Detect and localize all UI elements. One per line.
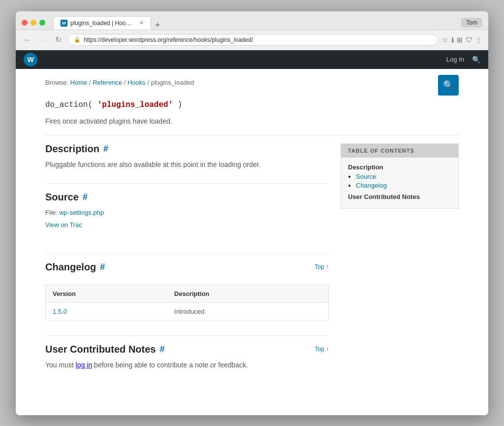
user-notes-top-link[interactable]: Top ↑ bbox=[315, 346, 329, 353]
search-button[interactable]: 🔍 bbox=[438, 75, 459, 96]
section-divider-3 bbox=[45, 253, 329, 254]
traffic-lights bbox=[22, 20, 45, 26]
title-bar: W plugins_loaded | Hook | WordP… ✕ + Tom bbox=[16, 11, 488, 30]
shield-icon[interactable]: 🛡 bbox=[466, 36, 472, 44]
source-anchor[interactable]: # bbox=[83, 192, 88, 202]
login-link[interactable]: Log In bbox=[446, 56, 464, 63]
wp-nav-right: Log In 🔍 bbox=[446, 56, 480, 64]
toc-sidebar: TABLE OF CONTENTS Description Source Cha… bbox=[341, 143, 459, 384]
description-section: Description # Pluggable functions are al… bbox=[45, 143, 329, 168]
user-notes-heading: User Contributed Notes # bbox=[45, 344, 315, 355]
main-layout: Description # Pluggable functions are al… bbox=[45, 143, 459, 384]
table-row: 1.5.0 Introduced. bbox=[46, 302, 329, 320]
wp-topnav: W Log In 🔍 bbox=[16, 50, 488, 69]
toc-box: TABLE OF CONTENTS Description Source Cha… bbox=[341, 143, 459, 209]
browse-label: Browse: bbox=[45, 79, 68, 86]
user-notes-anchor[interactable]: # bbox=[159, 344, 164, 355]
toc-item-user-notes: User Contributed Notes bbox=[348, 193, 451, 200]
toc-link-source[interactable]: Source bbox=[356, 173, 376, 180]
page-description: Fires once activated plugins have loaded… bbox=[45, 117, 459, 125]
minimize-button[interactable] bbox=[31, 20, 36, 26]
breadcrumb-reference[interactable]: Reference bbox=[93, 79, 122, 86]
description-text: Pluggable functions are also available a… bbox=[45, 161, 329, 168]
address-input[interactable]: 🔒 https://developer.wordpress.org/refere… bbox=[67, 34, 438, 46]
tab-close-icon[interactable]: ✕ bbox=[139, 20, 144, 26]
section-divider-2 bbox=[45, 183, 329, 184]
active-tab[interactable]: W plugins_loaded | Hook | WordP… ✕ bbox=[53, 16, 151, 30]
view-trac-link[interactable]: View on Trac bbox=[45, 221, 82, 229]
maximize-button[interactable] bbox=[39, 20, 45, 26]
new-tab-button[interactable]: + bbox=[152, 21, 163, 30]
page-content: 🔍 Browse: Home / Reference / Hooks / plu… bbox=[16, 69, 488, 415]
toc-link-description[interactable]: Description bbox=[348, 164, 383, 171]
breadcrumb-current: plugins_loaded bbox=[151, 79, 194, 86]
toc-header: TABLE OF CONTENTS bbox=[341, 144, 458, 158]
breadcrumb: Browse: Home / Reference / Hooks / plugi… bbox=[45, 79, 459, 86]
back-button[interactable]: ← bbox=[22, 34, 33, 45]
wp-logo-text: W bbox=[27, 56, 33, 64]
breadcrumb-home[interactable]: Home bbox=[70, 79, 88, 86]
file-line: File: wp-settings.php bbox=[45, 209, 329, 216]
changelog-section: Top ↑ Changelog # Version Description bbox=[45, 262, 329, 321]
toc-sub-source: Source bbox=[356, 173, 451, 180]
tab-title: plugins_loaded | Hook | WordP… bbox=[70, 20, 134, 27]
toc-sub-list: Source Changelog bbox=[348, 173, 451, 189]
changelog-anchor[interactable]: # bbox=[100, 262, 105, 272]
toc-item-description: Description bbox=[348, 164, 451, 171]
tab-favicon: W bbox=[61, 20, 67, 27]
changelog-thead: Version Description bbox=[46, 285, 329, 302]
changelog-table: Version Description 1.5.0 Introduced. bbox=[45, 285, 329, 321]
description-anchor[interactable]: # bbox=[103, 144, 108, 154]
content-area: Description # Pluggable functions are al… bbox=[45, 143, 329, 384]
user-notes-section: Top ↑ User Contributed Notes # You must … bbox=[45, 344, 329, 369]
source-heading: Source # bbox=[45, 192, 329, 203]
version-link[interactable]: 1.5.0 bbox=[53, 308, 67, 315]
changelog-heading: Changelog # bbox=[45, 262, 315, 273]
version-desc: Introduced. bbox=[167, 302, 329, 320]
bookmark-icon[interactable]: ☆ bbox=[442, 36, 448, 44]
source-section: Source # File: wp-settings.php View on T… bbox=[45, 192, 329, 238]
code-function: do_action( bbox=[45, 100, 97, 109]
breadcrumb-row: 🔍 Browse: Home / Reference / Hooks / plu… bbox=[45, 79, 459, 96]
menu-icon[interactable]: ⋮ bbox=[475, 36, 482, 44]
info-icon[interactable]: ℹ bbox=[451, 36, 454, 44]
toc-body: Description Source Changelog User Contri… bbox=[341, 158, 458, 208]
file-link[interactable]: wp-settings.php bbox=[59, 209, 104, 216]
toc-link-user-notes[interactable]: User Contributed Notes bbox=[348, 193, 420, 200]
reload-button[interactable]: ↻ bbox=[53, 34, 63, 45]
description-heading: Description # bbox=[45, 143, 329, 155]
code-string: 'plugins_loaded' bbox=[97, 100, 173, 109]
wp-search-icon[interactable]: 🔍 bbox=[472, 56, 480, 64]
col-version: Version bbox=[46, 285, 167, 302]
breadcrumb-hooks[interactable]: Hooks bbox=[127, 79, 146, 86]
close-button[interactable] bbox=[22, 20, 28, 26]
changelog-tbody: 1.5.0 Introduced. bbox=[46, 302, 329, 320]
browser-window: W plugins_loaded | Hook | WordP… ✕ + Tom… bbox=[16, 11, 488, 415]
tab-bar: W plugins_loaded | Hook | WordP… ✕ + bbox=[53, 16, 457, 30]
code-block: do_action( 'plugins_loaded' ) bbox=[45, 100, 459, 109]
toolbar-icons: ☆ ℹ ⊞ 🛡 ⋮ bbox=[442, 36, 482, 44]
address-text: https://developer.wordpress.org/referenc… bbox=[84, 36, 432, 43]
layers-icon[interactable]: ⊞ bbox=[457, 36, 463, 44]
section-divider-4 bbox=[45, 335, 329, 336]
forward-button[interactable]: → bbox=[37, 34, 49, 45]
toc-link-changelog[interactable]: Changelog bbox=[356, 182, 387, 189]
toc-sub-changelog: Changelog bbox=[356, 182, 451, 189]
section-divider-1 bbox=[45, 135, 459, 135]
user-notes-text: You must log in before being able to con… bbox=[45, 361, 329, 369]
user-badge: Tom bbox=[461, 18, 482, 28]
changelog-top-link[interactable]: Top ↑ bbox=[315, 263, 329, 270]
col-description: Description bbox=[167, 285, 329, 302]
address-bar: ← → ↻ 🔒 https://developer.wordpress.org/… bbox=[16, 30, 488, 50]
code-close: ) bbox=[173, 100, 182, 109]
lock-icon: 🔒 bbox=[74, 36, 81, 43]
wp-logo[interactable]: W bbox=[24, 53, 37, 66]
log-in-link[interactable]: log in bbox=[76, 361, 92, 369]
